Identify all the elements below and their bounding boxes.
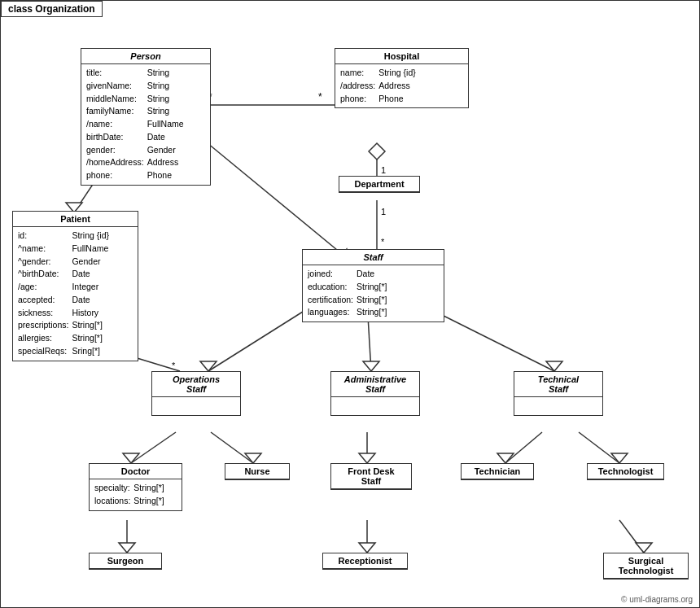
doctor-body: specialty:String[*] locations:String[*]	[90, 479, 182, 510]
staff-class: Staff joined:Date education:String[*] ce…	[302, 249, 444, 322]
nurse-header: Nurse	[225, 464, 289, 479]
administrative-staff-class: AdministrativeStaff	[330, 371, 420, 416]
svg-text:1: 1	[381, 207, 386, 217]
patient-class: Patient id:String {id} ^name:FullName ^g…	[12, 211, 138, 361]
copyright: © uml-diagrams.org	[621, 595, 693, 604]
staff-header: Staff	[303, 250, 444, 265]
svg-line-34	[579, 432, 619, 463]
svg-marker-27	[119, 543, 135, 553]
surgical-technologist-header: SurgicalTechnologist	[604, 553, 688, 579]
svg-line-24	[211, 432, 253, 463]
svg-marker-25	[245, 453, 261, 463]
svg-marker-4	[369, 143, 385, 160]
surgeon-class: Surgeon	[89, 553, 162, 570]
svg-marker-29	[359, 453, 375, 463]
hospital-header: Hospital	[335, 49, 468, 64]
svg-line-36	[619, 520, 644, 553]
svg-text:*: *	[172, 361, 176, 370]
svg-marker-23	[123, 453, 139, 463]
svg-line-22	[131, 432, 176, 463]
surgeon-header: Surgeon	[90, 553, 161, 569]
hospital-class: Hospital name:String {id} /address:Addre…	[335, 48, 469, 108]
patient-header: Patient	[13, 212, 138, 227]
front-desk-staff-header: Front DeskStaff	[331, 464, 411, 489]
person-header: Person	[81, 49, 210, 64]
svg-line-11	[203, 139, 351, 261]
surgical-technologist-class: SurgicalTechnologist	[603, 553, 689, 580]
svg-marker-21	[546, 361, 562, 371]
person-body: title:String givenName:String middleName…	[81, 64, 210, 185]
person-class: Person title:String givenName:String mid…	[81, 48, 211, 186]
staff-body: joined:Date education:String[*] certific…	[303, 265, 444, 321]
technologist-header: Technologist	[588, 464, 663, 479]
technician-class: Technician	[461, 463, 534, 480]
svg-text:1: 1	[381, 165, 386, 175]
administrative-staff-header: AdministrativeStaff	[331, 372, 419, 397]
operations-staff-header: OperationsStaff	[152, 372, 240, 397]
svg-line-32	[505, 432, 542, 463]
svg-marker-37	[636, 543, 652, 553]
technical-staff-header: TechnicalStaff	[514, 372, 602, 397]
patient-body: id:String {id} ^name:FullName ^gender:Ge…	[13, 227, 138, 361]
front-desk-staff-class: Front DeskStaff	[330, 463, 412, 490]
svg-marker-19	[363, 361, 379, 371]
receptionist-class: Receptionist	[322, 553, 408, 570]
svg-text:*: *	[318, 91, 322, 103]
diagram-container: class Organization * * 1 1 * * *	[0, 0, 700, 608]
doctor-class: Doctor specialty:String[*] locations:Str…	[89, 463, 182, 511]
department-header: Department	[339, 177, 419, 192]
receptionist-header: Receptionist	[323, 553, 407, 569]
technologist-class: Technologist	[587, 463, 664, 480]
technician-header: Technician	[462, 464, 533, 479]
svg-marker-31	[359, 543, 375, 553]
diagram-title: class Organization	[1, 1, 103, 17]
technical-staff-class: TechnicalStaff	[514, 371, 603, 416]
svg-text:*: *	[381, 237, 385, 247]
department-class: Department	[339, 176, 420, 193]
svg-marker-17	[200, 361, 217, 371]
operations-staff-class: OperationsStaff	[151, 371, 241, 416]
hospital-body: name:String {id} /address:Address phone:…	[335, 64, 468, 107]
nurse-class: Nurse	[225, 463, 290, 480]
doctor-header: Doctor	[90, 464, 182, 479]
svg-marker-35	[611, 453, 628, 463]
svg-marker-33	[497, 453, 514, 463]
